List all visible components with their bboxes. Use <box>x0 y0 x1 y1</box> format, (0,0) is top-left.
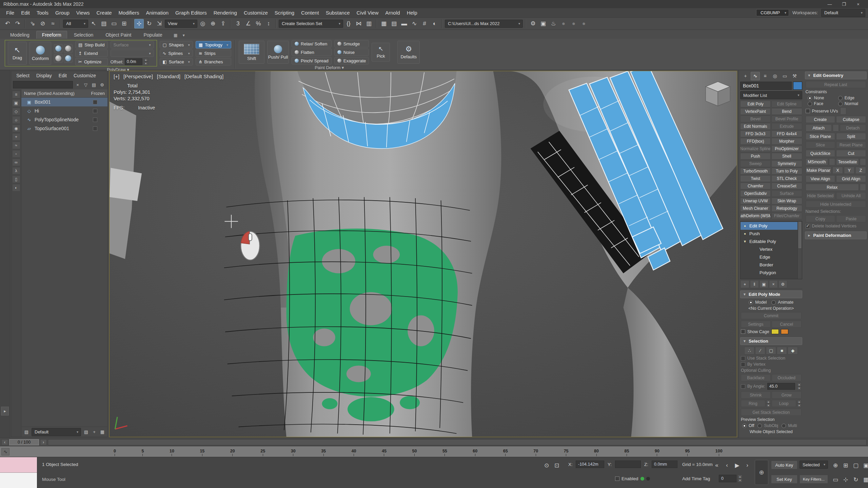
current-frame-field[interactable]: 0 <box>719 475 736 482</box>
surface-button[interactable]: ◧Surface <box>160 58 193 65</box>
loop-button[interactable]: Loop <box>772 400 796 407</box>
next-frame-icon[interactable]: › <box>743 461 752 470</box>
previous-frame-icon[interactable]: ‹ <box>722 461 732 470</box>
display-materials-icon[interactable]: ◐ <box>12 184 20 191</box>
menu-item[interactable]: Modifiers <box>115 9 143 17</box>
modifier-button[interactable]: Edit Poly <box>740 101 771 107</box>
modifier-button[interactable]: Unwrap UVW <box>740 198 771 204</box>
split-button[interactable]: Split <box>836 133 866 140</box>
display-lights-icon[interactable]: ☼ <box>12 116 20 124</box>
preserve-uvs-checkbox[interactable] <box>806 109 810 113</box>
scene-object-row[interactable]: ▣ Box001 <box>21 98 107 106</box>
snaps-toggle-icon[interactable]: 3 <box>233 19 243 28</box>
pin-stack-icon[interactable]: ⌖ <box>741 280 749 288</box>
frame-spinner[interactable]: ▴▾ <box>738 475 742 482</box>
schematic-view-icon[interactable]: # <box>420 19 429 28</box>
modifier-button[interactable]: Morpher <box>771 138 802 145</box>
explorer-menu[interactable]: Display <box>33 72 55 79</box>
offset-spinner[interactable]: ▴▾ <box>144 58 148 65</box>
modifier-button[interactable]: Normalize Spline <box>740 145 771 152</box>
render-setup-icon[interactable]: ⚙ <box>528 19 538 28</box>
constraint-none-radio[interactable]: None <box>808 96 835 100</box>
redo-icon[interactable]: ↷ <box>13 19 22 28</box>
create-tab-icon[interactable]: + <box>741 72 750 80</box>
unlink-selection-icon[interactable]: ⊘ <box>38 19 47 28</box>
get-stack-selection-button[interactable]: Get Stack Selection <box>741 409 802 416</box>
modifier-button[interactable]: Bend <box>771 108 802 115</box>
viewport-layout-tabs-icon[interactable]: ▸ <box>1 407 9 415</box>
collapse-button[interactable]: Collapse <box>836 116 866 123</box>
modifier-button[interactable]: FFD(box) <box>740 138 771 145</box>
extend-button[interactable]: ↥Extend <box>75 49 108 57</box>
render-production-icon[interactable]: ♨ <box>549 19 558 28</box>
slice-button[interactable]: Slice <box>806 141 835 148</box>
relax-soften-button[interactable]: Relax/ Soften <box>292 40 332 47</box>
select-object-icon[interactable]: ↖ <box>89 19 98 28</box>
modifier-button[interactable]: Sweep <box>740 160 771 167</box>
ribbon-tab[interactable]: Freeform <box>36 31 67 39</box>
menu-item[interactable]: Rendering <box>210 9 240 17</box>
grow-button[interactable]: Grow <box>772 391 802 399</box>
modifier-stack-item[interactable]: ▼Editable Poly <box>741 238 797 245</box>
modifier-stack-item[interactable]: ●Edit Poly <box>741 222 797 230</box>
pinch-spread-button[interactable]: Pinch/ Spread <box>292 57 332 64</box>
select-and-scale-icon[interactable]: ⇲ <box>155 19 164 28</box>
modifier-stack-item[interactable]: Vertex <box>741 245 797 253</box>
border-subobject-icon[interactable]: ▢ <box>766 347 776 354</box>
zoom-icon[interactable]: ⊕ <box>831 461 840 470</box>
quickslice-button[interactable]: QuickSlice <box>806 150 835 157</box>
display-helpers-icon[interactable]: + <box>12 133 20 141</box>
modifier-stack-item[interactable]: Polygon <box>741 269 797 277</box>
mini-curve-editor-icon[interactable]: ∿ <box>1 448 9 455</box>
display-bones-icon[interactable]: λ <box>12 167 20 175</box>
animate-radio[interactable]: Animate <box>771 300 793 305</box>
remove-modifier-icon[interactable]: × <box>769 280 778 288</box>
offset-field[interactable]: 0.0m <box>125 58 142 65</box>
optimize-button[interactable]: ✂Optimize <box>75 58 108 65</box>
edge-subobject-icon[interactable]: ∕ <box>755 347 765 354</box>
unhide-all-button[interactable]: Unhide All <box>836 192 866 199</box>
stack-scrollbar[interactable] <box>797 221 802 279</box>
modifier-button[interactable]: ProOptimizer <box>771 145 802 152</box>
shapes-button[interactable]: ▢Shapes <box>160 41 193 48</box>
branches-button[interactable]: ⋔Branches <box>196 58 231 65</box>
paint-deformation-header[interactable]: ►Paint Deformation <box>805 231 867 239</box>
modifier-button[interactable]: Edit Normals <box>740 123 771 130</box>
viewport-label[interactable]: [Standard] <box>157 74 180 79</box>
reference-coordinate-combo[interactable]: View <box>165 20 197 28</box>
frozen-checkbox[interactable] <box>93 109 97 113</box>
preview-subobj-radio[interactable]: SubObj <box>757 423 778 428</box>
explorer-menu[interactable]: Customize <box>71 72 99 79</box>
hide-unselected-button[interactable]: Hide Unselected <box>806 201 866 208</box>
preserve-uvs-settings-button[interactable] <box>840 107 846 115</box>
settings-button[interactable]: Settings <box>741 321 771 328</box>
track-bar[interactable]: ∿ 05101520253035404550556065707580859095… <box>0 446 868 457</box>
new-layer-icon[interactable]: + <box>91 428 98 436</box>
modifier-button[interactable]: Fillet/Chamfer <box>771 212 802 219</box>
msmooth-button[interactable]: MSmooth <box>806 158 828 165</box>
selection-header[interactable]: ▼Selection <box>740 337 802 345</box>
material-editor-icon[interactable]: ◐ <box>430 19 439 28</box>
relax-settings-button[interactable] <box>860 184 866 191</box>
menu-item[interactable]: Tools <box>33 9 52 17</box>
element-subobject-icon[interactable]: ◆ <box>788 347 798 354</box>
occluded-button[interactable]: Occluded <box>772 374 802 381</box>
ribbon-tab[interactable]: Modeling <box>5 31 35 39</box>
workspace-combo[interactable]: Default <box>821 9 865 17</box>
object-name-field[interactable] <box>740 82 792 90</box>
edit-named-selections-icon[interactable]: {} <box>344 19 353 28</box>
display-containers-icon[interactable]: ▯ <box>12 176 20 183</box>
configure-modifier-sets-icon[interactable]: ⚙ <box>778 280 787 288</box>
edit-geometry-header[interactable]: ▼Edit Geometry <box>805 72 867 79</box>
draw-on-surface-combo[interactable]: Surface <box>111 41 154 48</box>
modifier-button[interactable]: Push <box>740 153 771 160</box>
vertex-subobject-icon[interactable]: ∴ <box>744 347 754 354</box>
set-key-button[interactable]: Set Key <box>771 475 797 484</box>
activeshade-icon[interactable]: ● <box>569 19 578 28</box>
select-and-move-icon[interactable]: ⊹ <box>134 19 144 28</box>
selection-lock-icon[interactable]: ⊡ <box>552 461 561 470</box>
ribbon-tab[interactable]: Populate <box>138 31 167 39</box>
create-button[interactable]: Create <box>806 116 835 123</box>
render-gallery-icon[interactable]: ● <box>579 19 589 28</box>
by-vertex-checkbox[interactable] <box>741 362 745 367</box>
